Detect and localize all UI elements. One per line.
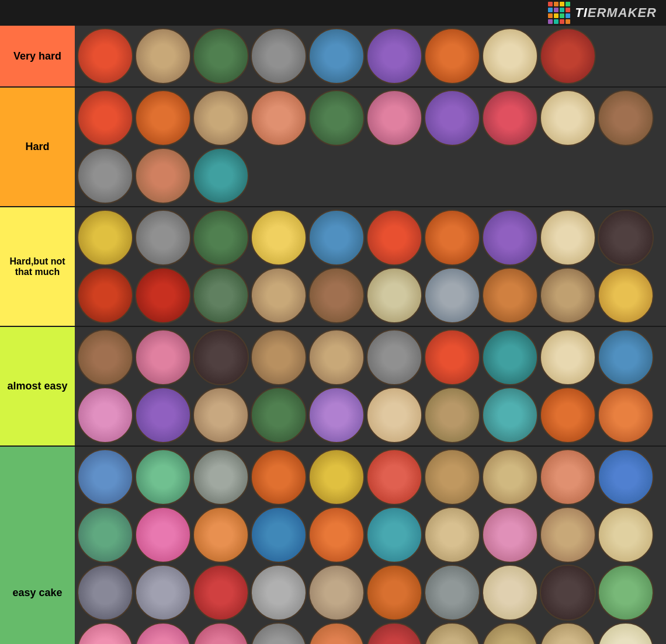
list-item bbox=[193, 622, 249, 644]
tier-content-hard-not-much bbox=[75, 207, 666, 326]
tier-content-easy-cake bbox=[75, 447, 666, 644]
list-item bbox=[424, 622, 480, 644]
list-item bbox=[77, 28, 133, 84]
list-item bbox=[540, 387, 596, 443]
list-item bbox=[77, 210, 133, 266]
list-item bbox=[366, 622, 422, 644]
list-item bbox=[366, 210, 422, 266]
list-item bbox=[598, 267, 654, 323]
tier-row-hard: Hard bbox=[0, 88, 666, 207]
list-item bbox=[251, 28, 307, 84]
list-item bbox=[308, 210, 365, 266]
tier-label-hard-not-much: Hard,but not that much bbox=[0, 207, 75, 326]
list-item bbox=[193, 507, 249, 563]
logo-cell bbox=[560, 13, 564, 18]
list-item bbox=[598, 329, 654, 385]
list-item bbox=[540, 210, 596, 266]
list-item bbox=[251, 267, 307, 323]
tier-row-hard-not-much: Hard,but not that much bbox=[0, 207, 666, 327]
tier-row-almost-easy: almost easy bbox=[0, 327, 666, 447]
list-item bbox=[540, 622, 596, 644]
header: TieRMAKER bbox=[0, 0, 666, 26]
list-item bbox=[77, 622, 133, 644]
list-item bbox=[540, 449, 596, 505]
list-item bbox=[598, 90, 654, 146]
logo-ti: Ti bbox=[575, 5, 588, 20]
list-item bbox=[193, 387, 249, 443]
logo-cell bbox=[554, 2, 559, 6]
list-item bbox=[193, 329, 249, 385]
list-item bbox=[598, 622, 654, 644]
list-item bbox=[77, 90, 133, 146]
list-item bbox=[135, 90, 191, 146]
list-item bbox=[193, 565, 249, 621]
logo-cell bbox=[566, 8, 570, 12]
tier-label-hard: Hard bbox=[0, 88, 75, 206]
list-item bbox=[193, 267, 249, 323]
list-item bbox=[251, 387, 307, 443]
list-item bbox=[193, 449, 249, 505]
list-item bbox=[598, 507, 654, 563]
list-item bbox=[540, 329, 596, 385]
logo-cell bbox=[548, 19, 553, 24]
list-item bbox=[251, 622, 307, 644]
list-item bbox=[251, 210, 307, 266]
logo-cell bbox=[548, 8, 553, 12]
list-item bbox=[77, 507, 133, 563]
list-item bbox=[424, 267, 480, 323]
list-item bbox=[482, 622, 538, 644]
list-item bbox=[366, 28, 422, 84]
list-item bbox=[366, 387, 422, 443]
list-item bbox=[308, 622, 365, 644]
list-item bbox=[135, 148, 191, 204]
list-item bbox=[482, 210, 538, 266]
logo-grid bbox=[548, 2, 570, 24]
list-item bbox=[598, 565, 654, 621]
list-item bbox=[308, 387, 365, 443]
tiermaker-logo: TieRMAKER bbox=[548, 2, 657, 24]
list-item bbox=[540, 565, 596, 621]
list-item bbox=[598, 449, 654, 505]
list-item bbox=[135, 28, 191, 84]
tier-label-very-hard: Very hard bbox=[0, 26, 75, 86]
list-item bbox=[540, 28, 596, 84]
list-item bbox=[366, 329, 422, 385]
list-item bbox=[251, 565, 307, 621]
list-item bbox=[482, 449, 538, 505]
list-item bbox=[308, 90, 365, 146]
list-item bbox=[482, 565, 538, 621]
list-item bbox=[424, 210, 480, 266]
tier-content-hard bbox=[75, 88, 666, 206]
tier-label-text-almost-easy: almost easy bbox=[7, 380, 67, 392]
tier-content-almost-easy bbox=[75, 327, 666, 445]
list-item bbox=[135, 622, 191, 644]
list-item bbox=[251, 329, 307, 385]
list-item bbox=[135, 449, 191, 505]
list-item bbox=[308, 329, 365, 385]
list-item bbox=[135, 329, 191, 385]
list-item bbox=[482, 329, 538, 385]
logo-er: eRMAKER bbox=[588, 5, 657, 20]
logo-cell bbox=[560, 2, 564, 6]
logo-text: TieRMAKER bbox=[575, 5, 657, 20]
tier-row-very-hard: Very hard bbox=[0, 26, 666, 88]
tier-label-text-hard-not-much: Hard,but not that much bbox=[9, 256, 65, 277]
logo-cell bbox=[566, 2, 570, 6]
list-item bbox=[251, 507, 307, 563]
list-item bbox=[424, 507, 480, 563]
list-item bbox=[366, 449, 422, 505]
list-item bbox=[77, 449, 133, 505]
list-item bbox=[135, 565, 191, 621]
list-item bbox=[308, 565, 365, 621]
list-item bbox=[424, 449, 480, 505]
tier-label-easy-cake: easy cake bbox=[0, 447, 75, 644]
logo-cell bbox=[560, 19, 564, 24]
tier-label-almost-easy: almost easy bbox=[0, 327, 75, 445]
logo-cell bbox=[566, 19, 570, 24]
list-item bbox=[308, 28, 365, 84]
list-item bbox=[424, 565, 480, 621]
tier-content-very-hard bbox=[75, 26, 666, 86]
logo-cell bbox=[548, 13, 553, 18]
list-item bbox=[135, 210, 191, 266]
list-item bbox=[540, 90, 596, 146]
